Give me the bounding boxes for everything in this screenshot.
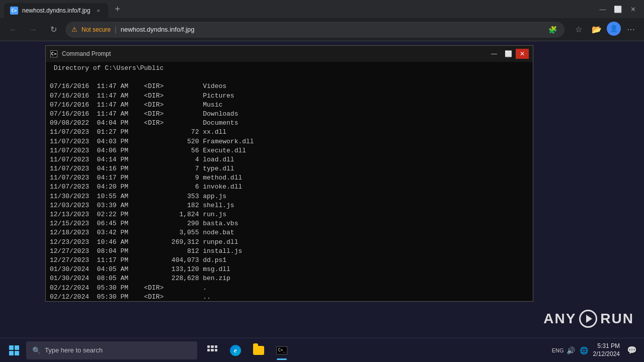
edge-icon [230, 345, 241, 356]
cmd-output: Directory of C:\Users\Public 07/16/2016 … [50, 64, 529, 301]
favorites-icon[interactable]: ☆ [571, 22, 587, 38]
back-button[interactable]: ← [5, 22, 21, 38]
extensions-icon[interactable]: 🧩 [546, 24, 558, 36]
refresh-button[interactable]: ↻ [45, 22, 61, 38]
anyrun-watermark: ANY RUN [543, 310, 634, 328]
cmd-maximize-button[interactable]: ⬜ [502, 49, 515, 59]
anyrun-play-icon [579, 310, 597, 328]
browser-window: C> newhost.dyndns.info/f.jpg × + — ⬜ ✕ ←… [0, 0, 644, 362]
task-view-button[interactable] [201, 339, 223, 361]
cmd-title: Command Prompt [62, 50, 484, 57]
url-separator: | [115, 26, 117, 34]
tab-title: newhost.dyndns.info/f.jpg [22, 7, 90, 14]
taskbar-right: ENG 🔊 🌐 5:31 PM 2/12/2024 💬 [553, 342, 640, 358]
forward-button[interactable]: → [25, 22, 41, 38]
cmd-icon: C>_ [276, 346, 287, 354]
edge-taskbar-icon[interactable] [224, 339, 247, 361]
browser-tab[interactable]: C> newhost.dyndns.info/f.jpg × [4, 3, 108, 18]
url-bar[interactable]: ⚠ Not secure | newhost.dyndns.info/f.jpg… [65, 22, 565, 38]
browser-minimize-button[interactable]: — [596, 2, 610, 16]
new-tab-button[interactable]: + [110, 2, 124, 16]
security-icon: ⚠ [71, 26, 77, 33]
cmd-minimize-button[interactable]: — [488, 49, 501, 59]
system-tray: ENG 🔊 🌐 [553, 345, 589, 355]
cmd-window-controls: — ⬜ ✕ [488, 49, 529, 59]
browser-content: C> Command Prompt — ⬜ ✕ Directory of C:\… [0, 41, 644, 338]
file-explorer-taskbar-icon[interactable] [248, 339, 270, 361]
task-view-icon [207, 345, 217, 355]
url-text: newhost.dyndns.info/f.jpg [121, 26, 542, 33]
taskbar-icons: C>_ [201, 339, 293, 361]
tab-favicon: C> [10, 7, 18, 15]
security-label: Not secure [82, 26, 111, 33]
search-icon: 🔍 [32, 346, 41, 354]
cmd-taskbar-icon[interactable]: C>_ [271, 339, 293, 361]
notification-button[interactable]: 💬 [624, 342, 640, 358]
cmd-favicon-img: C> [50, 50, 57, 57]
search-placeholder-text: Type here to search [45, 346, 103, 354]
folder-icon [253, 346, 264, 355]
more-options-icon[interactable]: ⋯ [623, 22, 639, 38]
browser-window-controls: — ⬜ ✕ [596, 2, 640, 16]
cmd-body[interactable]: Directory of C:\Users\Public 07/16/2016 … [46, 62, 533, 301]
start-button[interactable] [4, 340, 24, 360]
network-icon[interactable]: 🌐 [579, 345, 589, 355]
language-tray-icon[interactable]: ENG [553, 345, 563, 355]
collections-icon[interactable]: 📂 [589, 22, 605, 38]
taskbar-search[interactable]: 🔍 Type here to search [26, 341, 197, 359]
cmd-close-button[interactable]: ✕ [516, 49, 529, 59]
address-bar: ← → ↻ ⚠ Not secure | newhost.dyndns.info… [0, 18, 644, 41]
anyrun-text-right: RUN [600, 311, 634, 327]
profile-button[interactable]: 👤 [607, 22, 621, 36]
volume-icon[interactable]: 🔊 [566, 345, 576, 355]
taskbar: 🔍 Type here to search [0, 338, 644, 362]
tab-bar: C> newhost.dyndns.info/f.jpg × + — ⬜ ✕ [0, 0, 644, 18]
anyrun-text-left: ANY [543, 311, 576, 327]
browser-close-button[interactable]: ✕ [626, 2, 640, 16]
cmd-favicon: C> [50, 50, 58, 58]
tab-close-button[interactable]: × [94, 7, 102, 15]
browser-maximize-button[interactable]: ⬜ [611, 2, 625, 16]
clock-time: 5:31 PM [593, 342, 620, 350]
toolbar-icons: ☆ 📂 👤 ⋯ [571, 22, 639, 38]
windows-logo [9, 345, 19, 355]
system-clock[interactable]: 5:31 PM 2/12/2024 [593, 342, 620, 358]
url-action-icons: 🧩 [546, 24, 558, 36]
cmd-window: C> Command Prompt — ⬜ ✕ Directory of C:\… [45, 45, 533, 302]
cmd-titlebar: C> Command Prompt — ⬜ ✕ [46, 46, 533, 62]
clock-date: 2/12/2024 [593, 350, 620, 358]
